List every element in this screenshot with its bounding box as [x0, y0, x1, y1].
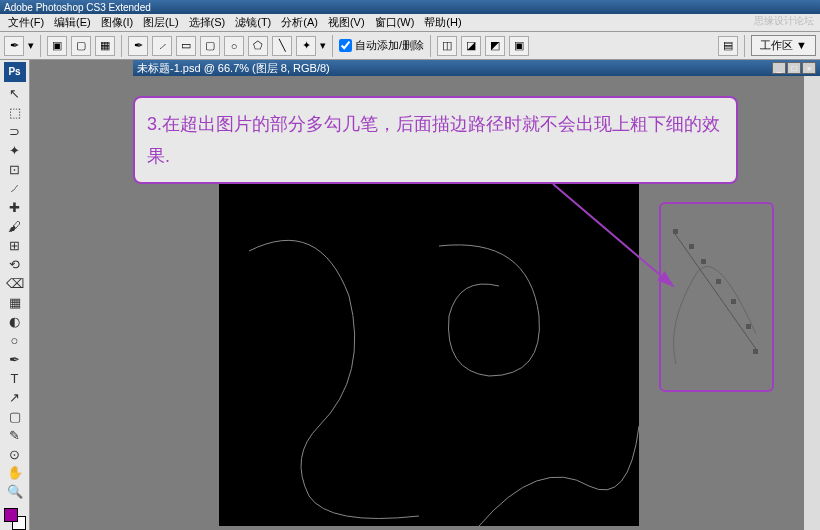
- menu-view[interactable]: 视图(V): [324, 14, 369, 31]
- menu-help[interactable]: 帮助(H): [420, 14, 465, 31]
- svg-rect-6: [753, 349, 758, 354]
- pen-tool-icon[interactable]: ✒: [128, 36, 148, 56]
- svg-line-7: [673, 231, 756, 349]
- stamp-tool[interactable]: ⊞: [4, 237, 26, 255]
- svg-rect-2: [701, 259, 706, 264]
- menubar: 文件(F) 编辑(E) 图像(I) 图层(L) 选择(S) 滤镜(T) 分析(A…: [0, 14, 820, 32]
- main-area: Ps ↖ ⬚ ⊃ ✦ ⊡ ⟋ ✚ 🖌 ⊞ ⟲ ⌫ ▦ ◐ ○ ✒ T ↗ ▢ ✎…: [0, 60, 820, 530]
- svg-rect-3: [716, 279, 721, 284]
- options-bar: ✒ ▾ ▣ ▢ ▦ ✒ ⟋ ▭ ▢ ○ ⬠ ╲ ✦ ▾ 自动添加/删除 ◫ ◪ …: [0, 32, 820, 60]
- app-titlebar: Adobe Photoshop CS3 Extended: [0, 0, 820, 14]
- lasso-tool[interactable]: ⊃: [4, 123, 26, 141]
- brush-tool[interactable]: 🖌: [4, 218, 26, 236]
- ellipse-icon[interactable]: ○: [224, 36, 244, 56]
- annotation-callout: 3.在超出图片的部分多勾几笔，后面描边路径时就不会出现上粗下细的效果.: [133, 96, 738, 184]
- menu-edit[interactable]: 编辑(E): [50, 14, 95, 31]
- separator: [40, 35, 41, 57]
- menu-image[interactable]: 图像(I): [97, 14, 137, 31]
- bridge-icon[interactable]: ▤: [718, 36, 738, 56]
- minimize-icon[interactable]: _: [772, 62, 786, 74]
- dodge-tool[interactable]: ○: [4, 331, 26, 349]
- checkbox-label: 自动添加/删除: [355, 38, 424, 53]
- maximize-icon[interactable]: □: [787, 62, 801, 74]
- path-op-icon[interactable]: ◩: [485, 36, 505, 56]
- menu-layer[interactable]: 图层(L): [139, 14, 182, 31]
- foreground-color[interactable]: [4, 508, 18, 522]
- path-op-icon[interactable]: ◫: [437, 36, 457, 56]
- hand-tool[interactable]: ✋: [4, 464, 26, 482]
- path-op-icon[interactable]: ▣: [509, 36, 529, 56]
- marquee-tool[interactable]: ⬚: [4, 104, 26, 122]
- path-select-tool[interactable]: ↗: [4, 388, 26, 406]
- shape-layers-icon[interactable]: ▣: [47, 36, 67, 56]
- path-curves: [219, 176, 639, 526]
- polygon-icon[interactable]: ⬠: [248, 36, 268, 56]
- document-titlebar[interactable]: 未标题-1.psd @ 66.7% (图层 8, RGB/8) _ □ ×: [133, 60, 820, 76]
- document-window: 未标题-1.psd @ 66.7% (图层 8, RGB/8) _ □ × 3: [133, 60, 820, 530]
- workspace-button[interactable]: 工作区 ▼: [751, 35, 816, 56]
- checkbox-input[interactable]: [339, 39, 352, 52]
- separator: [744, 35, 745, 57]
- menu-window[interactable]: 窗口(W): [371, 14, 419, 31]
- vertical-scrollbar[interactable]: [804, 76, 820, 530]
- menu-select[interactable]: 选择(S): [185, 14, 230, 31]
- menu-filter[interactable]: 滤镜(T): [231, 14, 275, 31]
- menu-analysis[interactable]: 分析(A): [277, 14, 322, 31]
- dropdown-icon[interactable]: ▾: [28, 39, 34, 52]
- healing-tool[interactable]: ✚: [4, 199, 26, 217]
- auto-add-delete-checkbox[interactable]: 自动添加/删除: [339, 38, 424, 53]
- color-swatches[interactable]: [4, 508, 26, 530]
- path-detail: [661, 204, 776, 394]
- rect-icon[interactable]: ▭: [176, 36, 196, 56]
- document-title: 未标题-1.psd @ 66.7% (图层 8, RGB/8): [137, 61, 330, 76]
- blur-tool[interactable]: ◐: [4, 312, 26, 330]
- path-op-icon[interactable]: ◪: [461, 36, 481, 56]
- image-canvas[interactable]: [219, 176, 639, 526]
- svg-rect-5: [746, 324, 751, 329]
- tool-palette: Ps ↖ ⬚ ⊃ ✦ ⊡ ⟋ ✚ 🖌 ⊞ ⟲ ⌫ ▦ ◐ ○ ✒ T ↗ ▢ ✎…: [0, 60, 30, 530]
- crop-tool[interactable]: ⊡: [4, 161, 26, 179]
- workspace-area: 未标题-1.psd @ 66.7% (图层 8, RGB/8) _ □ × 3: [30, 60, 820, 530]
- notes-tool[interactable]: ✎: [4, 426, 26, 444]
- app-title: Adobe Photoshop CS3 Extended: [4, 2, 151, 13]
- gradient-tool[interactable]: ▦: [4, 293, 26, 311]
- shape-tool[interactable]: ▢: [4, 407, 26, 425]
- zoom-tool[interactable]: 🔍: [4, 483, 26, 501]
- move-tool[interactable]: ↖: [4, 85, 26, 103]
- history-brush-tool[interactable]: ⟲: [4, 256, 26, 274]
- wand-tool[interactable]: ✦: [4, 142, 26, 160]
- eyedropper-tool[interactable]: ⊙: [4, 445, 26, 463]
- slice-tool[interactable]: ⟋: [4, 180, 26, 198]
- tool-preset-icon[interactable]: ✒: [4, 36, 24, 56]
- separator: [332, 35, 333, 57]
- annotation-text: 3.在超出图片的部分多勾几笔，后面描边路径时就不会出现上粗下细的效果.: [147, 114, 720, 166]
- custom-shape-icon[interactable]: ✦: [296, 36, 316, 56]
- eraser-tool[interactable]: ⌫: [4, 274, 26, 292]
- separator: [121, 35, 122, 57]
- freeform-pen-icon[interactable]: ⟋: [152, 36, 172, 56]
- pen-tool[interactable]: ✒: [4, 350, 26, 368]
- svg-rect-4: [731, 299, 736, 304]
- rounded-rect-icon[interactable]: ▢: [200, 36, 220, 56]
- svg-rect-1: [689, 244, 694, 249]
- close-icon[interactable]: ×: [802, 62, 816, 74]
- canvas-area[interactable]: 3.在超出图片的部分多勾几笔，后面描边路径时就不会出现上粗下细的效果.: [133, 76, 804, 530]
- line-icon[interactable]: ╲: [272, 36, 292, 56]
- paths-icon[interactable]: ▢: [71, 36, 91, 56]
- detail-callout: [659, 202, 774, 392]
- separator: [430, 35, 431, 57]
- dropdown-icon[interactable]: ▾: [320, 39, 326, 52]
- ps-badge-icon[interactable]: Ps: [4, 62, 26, 82]
- fill-pixels-icon[interactable]: ▦: [95, 36, 115, 56]
- type-tool[interactable]: T: [4, 369, 26, 387]
- watermark: 思缘设计论坛: [754, 14, 814, 28]
- menu-file[interactable]: 文件(F): [4, 14, 48, 31]
